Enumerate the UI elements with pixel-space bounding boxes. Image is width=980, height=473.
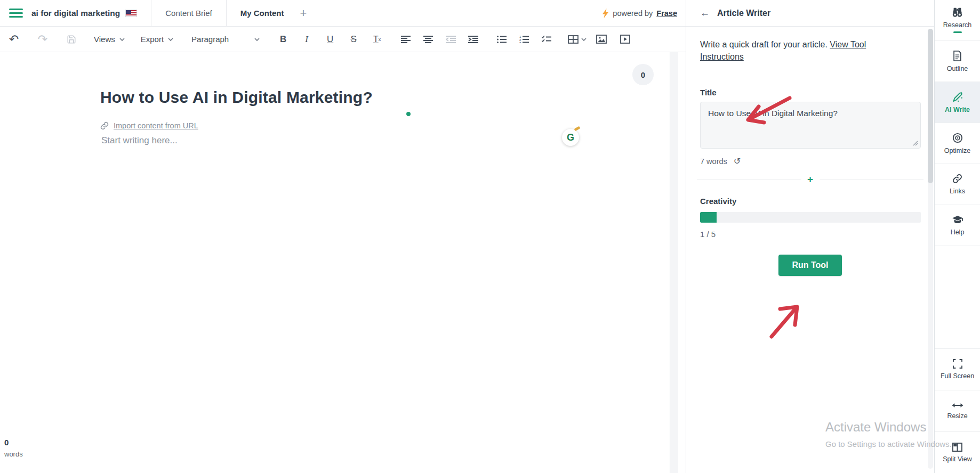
paragraph-style-dropdown[interactable]: Paragraph — [191, 35, 260, 44]
document-icon — [953, 51, 962, 61]
numbered-list-icon: 123 — [519, 36, 529, 43]
new-tab-button[interactable]: + — [300, 7, 307, 19]
sidebar-item-label: Links — [950, 187, 965, 195]
import-link-label: Import content from URL — [114, 121, 198, 130]
sidebar-item-optimize[interactable]: Optimize — [935, 123, 980, 164]
sidebar-item-label: AI Write — [945, 106, 970, 113]
run-tool-button[interactable]: Run Tool — [778, 255, 841, 276]
sidebar-item-outline[interactable]: Outline — [935, 41, 980, 82]
sidebar-item-label: Outline — [947, 65, 968, 72]
creativity-slider[interactable] — [700, 212, 921, 223]
target-icon — [952, 133, 963, 143]
chevron-down-icon — [581, 38, 587, 41]
align-left-button[interactable] — [397, 30, 414, 48]
bold-button[interactable]: B — [275, 30, 292, 48]
editor-scrollbar[interactable] — [670, 52, 678, 473]
document-heading[interactable]: How to Use AI in Digital Marketing? — [100, 88, 373, 107]
tab-divider — [226, 0, 227, 27]
document-editor[interactable]: Import content from URL 0 How to Use AI … — [0, 52, 670, 473]
insert-image-button[interactable] — [593, 30, 610, 48]
outdent-icon — [446, 36, 456, 43]
grammarly-underline-dot — [406, 112, 411, 116]
indent-button[interactable] — [464, 30, 481, 48]
sidebar-item-label: Full Screen — [941, 372, 974, 380]
export-dropdown[interactable]: Export — [141, 35, 173, 44]
word-count-status: 0 words — [4, 438, 23, 458]
bullet-list-button[interactable] — [493, 30, 510, 48]
chevron-down-icon — [254, 38, 260, 41]
chevron-down-icon — [119, 38, 125, 41]
underline-button[interactable]: U — [322, 30, 339, 48]
checklist-icon — [542, 36, 551, 43]
undo-button[interactable]: ↶ — [5, 30, 22, 48]
sidebar-item-label: Resize — [947, 412, 967, 420]
us-flag-icon — [125, 10, 137, 17]
panel-title: Article Writer — [717, 9, 770, 18]
comment-count-badge[interactable]: 0 — [632, 64, 654, 85]
word-count-label: words — [4, 450, 23, 458]
reset-title-icon[interactable]: ↺ — [734, 156, 741, 166]
numbered-list-button[interactable]: 123 — [516, 30, 533, 48]
sidebar-item-resize[interactable]: Resize — [935, 390, 980, 431]
floppy-disk-icon — [67, 35, 76, 44]
redo-button[interactable]: ↷ — [34, 30, 51, 48]
editor-toolbar: ↶ ↷ Views Export Paragraph B I — [0, 27, 686, 52]
sidebar-item-research[interactable]: Research — [935, 0, 980, 41]
align-center-icon — [423, 36, 433, 43]
frase-brand-link[interactable]: Frase — [656, 9, 677, 18]
sidebar-item-help[interactable]: Help — [935, 205, 980, 246]
tab-content-brief[interactable]: Content Brief — [165, 9, 212, 18]
chain-icon — [952, 174, 962, 184]
sidebar-item-split-view[interactable]: Split View — [935, 431, 980, 473]
sidebar-item-full-screen[interactable]: Full Screen — [935, 348, 980, 390]
grammarly-premium-spark-icon — [574, 126, 580, 132]
views-dropdown[interactable]: Views — [94, 35, 125, 44]
tool-description: Write a quick draft for your article. Vi… — [700, 38, 876, 63]
title-word-count: 7 words — [700, 157, 727, 166]
align-center-button[interactable] — [420, 30, 437, 48]
video-icon — [620, 35, 630, 44]
hamburger-menu-icon[interactable] — [9, 9, 23, 18]
back-arrow-icon[interactable]: ← — [700, 7, 710, 19]
svg-text:3: 3 — [519, 41, 521, 43]
main-column: ai for digital marketing Content Brief M… — [0, 0, 686, 473]
powered-by-label: powered by — [613, 9, 653, 18]
title-field-label: Title — [700, 88, 920, 97]
grammarly-assistant-button[interactable]: G — [562, 129, 579, 146]
panel-body: Write a quick draft for your article. Vi… — [686, 27, 934, 276]
strikethrough-button[interactable]: S — [345, 30, 362, 48]
document-title: ai for digital marketing — [31, 9, 120, 18]
checklist-button[interactable] — [538, 30, 555, 48]
link-icon — [100, 121, 109, 130]
binoculars-icon — [952, 7, 963, 18]
panel-header: ← Article Writer — [686, 0, 934, 27]
outdent-button[interactable] — [442, 30, 459, 48]
sidebar-item-label: Split View — [943, 455, 972, 463]
fullscreen-icon — [953, 359, 962, 369]
insert-video-button[interactable] — [616, 30, 633, 48]
save-button[interactable] — [63, 30, 80, 48]
sidebar-item-ai-write[interactable]: AI Write — [935, 82, 980, 123]
sidebar-item-links[interactable]: Links — [935, 164, 980, 205]
top-bar: ai for digital marketing Content Brief M… — [0, 0, 686, 27]
add-field-button[interactable]: + — [801, 174, 820, 185]
italic-button[interactable]: I — [298, 30, 315, 48]
sidebar-item-label: Research — [943, 21, 972, 29]
word-count-value: 0 — [4, 438, 23, 447]
add-field-divider: + — [700, 174, 920, 185]
panel-scrollbar[interactable] — [928, 29, 933, 469]
editor-body-placeholder[interactable]: Start writing here... — [101, 135, 178, 146]
table-icon — [568, 35, 579, 44]
grammarly-g-icon: G — [567, 132, 574, 143]
table-button[interactable] — [568, 30, 587, 48]
resize-icon — [952, 402, 963, 409]
indent-icon — [468, 36, 478, 43]
lightning-bolt-icon — [602, 9, 609, 18]
image-icon — [596, 35, 607, 44]
import-content-link[interactable]: Import content from URL — [100, 121, 198, 130]
tab-my-content[interactable]: My Content — [240, 9, 284, 18]
bullet-list-icon — [497, 36, 507, 43]
sidebar-item-label: Help — [951, 229, 965, 236]
title-input[interactable]: How to Use AI in Digital Marketing? — [700, 102, 921, 149]
clear-formatting-button[interactable]: Tx — [368, 30, 385, 48]
